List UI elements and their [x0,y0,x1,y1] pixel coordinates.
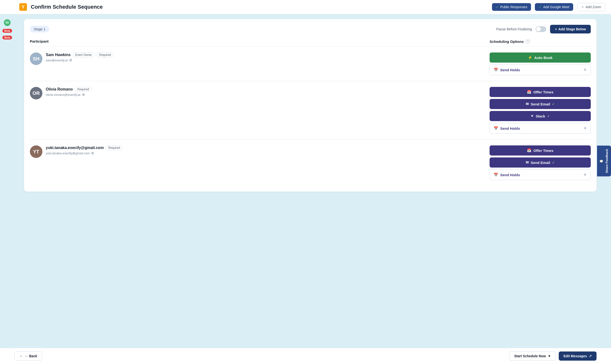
start-schedule-label: Start Schedule Now [514,354,546,358]
x-holds-sam: ✕ [584,68,587,72]
scheduling-options-yuki: 📅 Offer Times ✉ Send Email ✓ 📅 Send Hold… [489,145,591,180]
send-holds-button-olivia[interactable]: 📅 Send Holds ✕ [489,123,591,134]
logo: Y [19,3,27,11]
check-email-yuki: ✓ [552,161,555,164]
gear-icon-sam[interactable]: ⚙ [69,58,72,62]
x-holds-olivia: ✕ [584,126,587,130]
table-row: OR Olivia Romano Required olivia.romano@… [30,81,591,140]
participant-email-yuki: yuki.tanaka.execify@gmail.com ⚙ [46,151,123,155]
send-holds-button-sam[interactable]: 📅 Send Holds ✕ [489,65,591,75]
participant-name-row-sam: Sam Hawkins Event Owner Required [46,52,113,57]
offer-times-button-olivia[interactable]: 📅 Offer Times [489,87,591,97]
offer-times-label-yuki: Offer Times [533,149,553,153]
avatar-sam: SH [30,52,42,65]
col-scheduling-header: Scheduling Options ? [489,39,591,44]
check-icon-meet: ✓ [539,5,542,9]
participant-name-row-yuki: yuki.tanaka.execify@gmail.com Required [46,145,123,150]
footer: ← ← Back Start Schedule Now ✦ Edit Messa… [0,348,611,364]
sparkle-icon: ✦ [548,354,551,358]
participant-name-yuki: yuki.tanaka.execify@gmail.com [46,146,104,150]
help-icon[interactable]: ? [526,39,530,44]
table-row: YT yuki.tanaka.execify@gmail.com Require… [30,140,591,186]
plus-icon: + [555,27,557,31]
beta-badge-2: Beta [2,36,12,39]
chat-icon: 💬 [599,159,603,163]
check-email-olivia: ✓ [552,102,555,106]
required-badge-yuki: Required [106,145,123,150]
send-email-button-yuki[interactable]: ✉ Send Email ✓ [489,157,591,168]
required-badge-olivia: Required [75,87,92,92]
participant-name-sam: Sam Hawkins [46,53,71,57]
offer-times-label-olivia: Offer Times [533,90,553,94]
email-icon-yuki: ✉ [526,160,529,165]
gear-icon-yuki[interactable]: ⚙ [91,151,94,155]
calendar-icon-holds-sam: 📅 [494,68,498,72]
edit-messages-button[interactable]: Edit Messages ↗ [559,351,597,361]
auto-book-button-sam[interactable]: ⚡ Auto Book [489,52,591,63]
back-button[interactable]: ← ← Back [14,351,42,361]
participant-info-sam: SH Sam Hawkins Event Owner Required sam@… [30,52,489,65]
calendar-icon-offer-yuki: 📅 [527,148,531,153]
participant-details-yuki: yuki.tanaka.execify@gmail.com Required y… [46,145,123,155]
edit-messages-label: Edit Messages [564,354,587,358]
participant-name-row-olivia: Olivia Romano Required [46,87,92,92]
gear-icon-olivia[interactable]: ⚙ [82,93,85,97]
slack-icon-olivia: ✦ [530,114,534,118]
send-holds-label-sam: Send Holds [500,68,520,72]
offer-times-button-yuki[interactable]: 📅 Offer Times [489,145,591,156]
add-zoom-label: Add Zoom [585,5,601,9]
calendar-icon-holds-olivia: 📅 [494,126,498,130]
email-text-olivia: olivia.romano@execify.ai [46,93,81,97]
sidebar: 50 Beta Beta [0,14,14,39]
send-holds-button-yuki[interactable]: 📅 Send Holds ✕ [489,169,591,180]
participant-details-sam: Sam Hawkins Event Owner Required sam@exe… [46,52,113,62]
add-google-meet-button[interactable]: ✓ Add Google Meet [535,3,573,11]
slack-button-olivia[interactable]: ✦ Slack ✓ [489,111,591,121]
pause-toggle[interactable] [536,26,546,32]
back-label: ← Back [25,354,37,358]
stage-header: Stage 1 Pause Before Finalizing + Add St… [30,25,591,33]
scheduling-options-sam: ⚡ Auto Book 📅 Send Holds ✕ [489,52,591,75]
send-email-label-yuki: Send Email [531,161,550,165]
add-stage-button[interactable]: + Add Stage Below [550,25,591,33]
stage-badge: Stage 1 [30,26,49,32]
add-zoom-button[interactable]: ✕ Add Zoom [577,3,605,11]
participant-info-yuki: YT yuki.tanaka.execify@gmail.com Require… [30,145,489,158]
send-email-button-olivia[interactable]: ✉ Send Email ✓ [489,99,591,109]
lightning-icon-sam: ⚡ [528,55,532,60]
x-holds-yuki: ✕ [584,173,587,177]
calendar-icon-offer-olivia: 📅 [527,90,531,94]
feedback-label: Share Feedback [605,149,609,173]
sidebar-badge: 50 [4,19,11,26]
calendar-icon-holds-yuki: 📅 [494,173,498,177]
pause-label: Pause Before Finalizing [496,27,532,31]
role-badge-sam: Event Owner [72,52,95,57]
add-google-meet-label: Add Google Meet [543,5,569,9]
check-icon-public: ✓ [496,5,499,9]
footer-right: Start Schedule Now ✦ Edit Messages ↗ [509,351,597,361]
email-text-yuki: yuki.tanaka.execify@gmail.com [46,151,90,155]
required-badge-sam: Required [97,52,114,57]
external-link-icon: ↗ [589,354,592,358]
participant-details-olivia: Olivia Romano Required olivia.romano@exe… [46,87,92,97]
arrow-left-icon: ← [19,354,23,358]
public-responses-label: Public Responses [500,5,527,9]
participant-email-olivia: olivia.romano@execify.ai ⚙ [46,93,92,97]
public-responses-button[interactable]: ✓ Public Responses [492,3,531,11]
table-row: SH Sam Hawkins Event Owner Required sam@… [30,47,591,81]
header: Y Confirm Schedule Sequence ✓ Public Res… [0,0,611,14]
avatar-olivia: OR [30,87,42,99]
add-stage-label: Add Stage Below [558,27,586,31]
auto-book-label-sam: Auto Book [534,56,553,60]
stage-header-right: Pause Before Finalizing + Add Stage Belo… [496,25,591,33]
email-icon-olivia: ✉ [526,102,529,106]
participant-email-sam: sam@execify.ai ⚙ [46,58,113,62]
col-participant-header: Participant [30,39,489,44]
participant-info-olivia: OR Olivia Romano Required olivia.romano@… [30,87,489,99]
send-holds-label-olivia: Send Holds [500,126,520,130]
feedback-tab[interactable]: 💬 Share Feedback [597,146,611,176]
page-title: Confirm Schedule Sequence [31,4,488,10]
participant-name-olivia: Olivia Romano [46,87,73,91]
start-schedule-button[interactable]: Start Schedule Now ✦ [509,351,556,361]
stage-card: Stage 1 Pause Before Finalizing + Add St… [24,19,597,192]
